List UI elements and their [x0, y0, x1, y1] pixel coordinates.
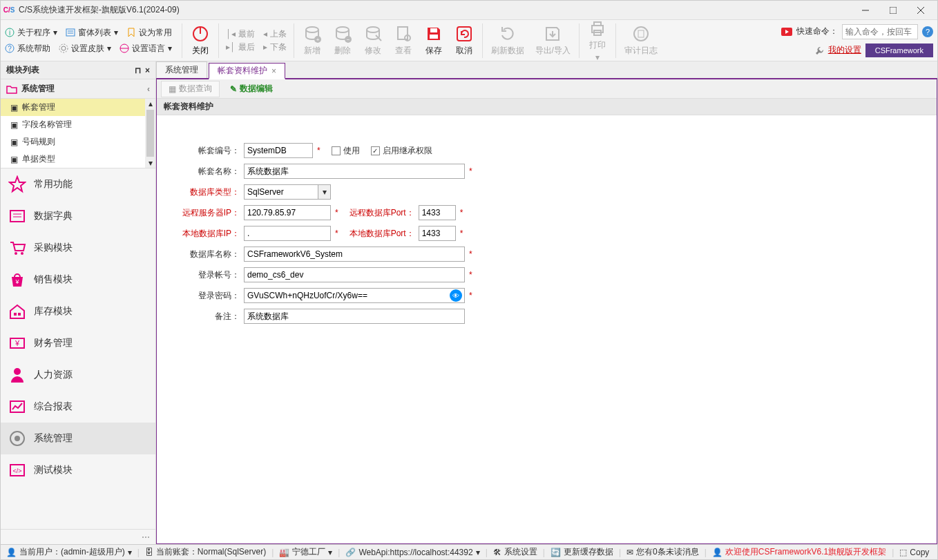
input-pwd[interactable] [244, 288, 465, 303]
status-cache[interactable]: 🔄更新缓存数据 [548, 546, 616, 558]
cart-icon [8, 238, 27, 258]
menu-about[interactable]: i关于程序 ▾ [5, 27, 57, 39]
nav-test[interactable]: </>测试模块 [1, 454, 155, 486]
input-acct-no[interactable] [244, 143, 313, 158]
status-factory[interactable]: 🏭宁德工厂▾ [276, 546, 335, 558]
status-msg[interactable]: ✉您有0条未读消息 [624, 546, 702, 558]
print-icon [588, 19, 607, 38]
undo-icon [454, 24, 474, 44]
chevron-left-icon[interactable]: ‹ [147, 84, 150, 94]
nav-report[interactable]: 综合报表 [1, 391, 155, 423]
tab-close-icon[interactable]: × [271, 66, 276, 76]
pin-icon[interactable]: ⊓ [135, 66, 141, 75]
tree-item-number[interactable]: ▣号码规则 [1, 133, 145, 151]
nav-purchase[interactable]: 采购模块 [1, 232, 155, 264]
svg-text:¥: ¥ [15, 339, 20, 347]
checkbox-inherit[interactable]: ✓ [371, 146, 380, 155]
tool-close[interactable]: 关闭 [185, 23, 216, 58]
nav-inventory[interactable]: 库存模块 [1, 296, 155, 327]
tree-item-bill[interactable]: ▣单据类型 [1, 151, 145, 168]
svg-text:¥: ¥ [15, 278, 19, 285]
tab-system[interactable]: 系统管理 [156, 61, 207, 78]
nav-dict[interactable]: 数据字典 [1, 200, 155, 232]
nav-system[interactable]: 系统管理 [1, 423, 155, 454]
close-panel-icon[interactable]: × [145, 66, 150, 75]
export-icon [543, 24, 562, 44]
checkbox-use[interactable] [332, 146, 341, 155]
help-circle-icon[interactable]: ? [922, 26, 933, 37]
tool-prev[interactable]: ◂上条 [263, 28, 287, 40]
last-icon: ▸│ [226, 42, 236, 52]
help-icon: ? [5, 44, 15, 53]
tool-first[interactable]: │◂最前 [226, 28, 255, 40]
eye-icon[interactable]: 👁 [450, 289, 462, 302]
tree-item-account[interactable]: ▣帐套管理 [1, 99, 145, 116]
combo-db-type[interactable] [244, 184, 318, 200]
input-remote-port[interactable] [419, 205, 456, 220]
tool-audit[interactable]: 审计日志 [619, 23, 663, 58]
svg-point-48 [15, 436, 20, 441]
menu-set-lang[interactable]: 设置语言 ▾ [119, 43, 172, 55]
status-copy[interactable]: ⬚Copy [897, 548, 932, 557]
menu-set-common[interactable]: 设为常用 [126, 27, 172, 39]
more-icon[interactable]: ⋯ [142, 532, 150, 542]
tool-next[interactable]: ▸下条 [263, 41, 287, 53]
input-db-name[interactable] [244, 247, 465, 262]
tree-scrollbar[interactable]: ▴▾ [145, 99, 155, 168]
quick-cmd-input[interactable] [842, 24, 918, 39]
subtab-edit[interactable]: ✎数据编辑 [222, 81, 280, 97]
label-local-ip: 本地数据库IP： [171, 228, 240, 240]
tool-last[interactable]: ▸│最后 [226, 41, 255, 53]
window-title: C/S系统快速开发框架-旗舰版V6.1(2024-09) [19, 4, 852, 16]
info-icon: i [5, 28, 15, 37]
nav-sales[interactable]: ¥销售模块 [1, 264, 155, 296]
nav-hr[interactable]: 人力资源 [1, 359, 155, 391]
input-local-ip[interactable] [244, 226, 331, 241]
minimize-button[interactable] [852, 1, 879, 20]
svg-rect-30 [594, 22, 601, 26]
svg-point-17 [306, 27, 318, 32]
tool-add[interactable]: +新增 [297, 23, 327, 58]
maximize-button[interactable] [879, 1, 907, 20]
pencil-icon: ✎ [230, 84, 237, 94]
user-icon: 👤 [6, 548, 17, 557]
tool-delete[interactable]: −删除 [327, 23, 358, 58]
menu-sys-help[interactable]: ?系统帮助 [5, 43, 50, 55]
tab-account-maint[interactable]: 帐套资料维护× [209, 63, 285, 79]
doc-icon: ▣ [10, 120, 18, 130]
nav-finance[interactable]: ¥财务管理 [1, 327, 155, 359]
tool-cancel[interactable]: 取消 [449, 23, 479, 58]
input-login[interactable] [244, 267, 465, 282]
tree-item-field[interactable]: ▣字段名称管理 [1, 116, 145, 133]
menu-set-skin[interactable]: 设置皮肤 ▾ [59, 43, 111, 55]
bag-icon: ¥ [8, 270, 27, 289]
input-acct-name[interactable] [244, 164, 465, 179]
input-remark[interactable] [244, 309, 465, 324]
input-remote-ip[interactable] [244, 205, 331, 220]
tool-view[interactable]: 查看 [388, 23, 419, 58]
chevron-down-icon[interactable]: ▾ [318, 184, 331, 200]
db-delete-icon: − [333, 24, 352, 44]
svg-point-20 [336, 27, 349, 32]
menu-form-list[interactable]: 窗体列表 ▾ [66, 27, 118, 39]
tool-refresh[interactable]: 刷新数据 [486, 23, 530, 58]
quick-cmd-label: 快速命令： [796, 26, 838, 37]
status-user[interactable]: 👤当前用户：(admin-超级用户)▾ [3, 546, 135, 558]
tool-export[interactable]: 导出/导入 [530, 23, 576, 58]
close-button[interactable] [907, 1, 935, 20]
nav-common[interactable]: 常用功能 [1, 168, 155, 200]
subtab-query[interactable]: ▦数据查询 [161, 81, 220, 97]
tool-save[interactable]: 保存 [419, 23, 449, 58]
status-webapi[interactable]: 🔗WebApi:https://localhost:44392▾ [343, 548, 482, 557]
tool-print[interactable]: 打印 ▾ [582, 17, 613, 64]
status-sys-settings[interactable]: 🛠系统设置 [490, 546, 540, 558]
label-db-type: 数据库类型： [171, 186, 240, 198]
tool-edit[interactable]: 修改 [358, 23, 388, 58]
brand-badge: CSFramework [865, 44, 933, 57]
db-add-icon: + [303, 24, 322, 44]
label-remark: 备注： [171, 311, 240, 322]
my-settings-link[interactable]: 我的设置 [828, 44, 861, 56]
svg-point-32 [634, 27, 648, 41]
svg-rect-42 [18, 313, 21, 316]
input-local-port[interactable] [419, 226, 456, 241]
